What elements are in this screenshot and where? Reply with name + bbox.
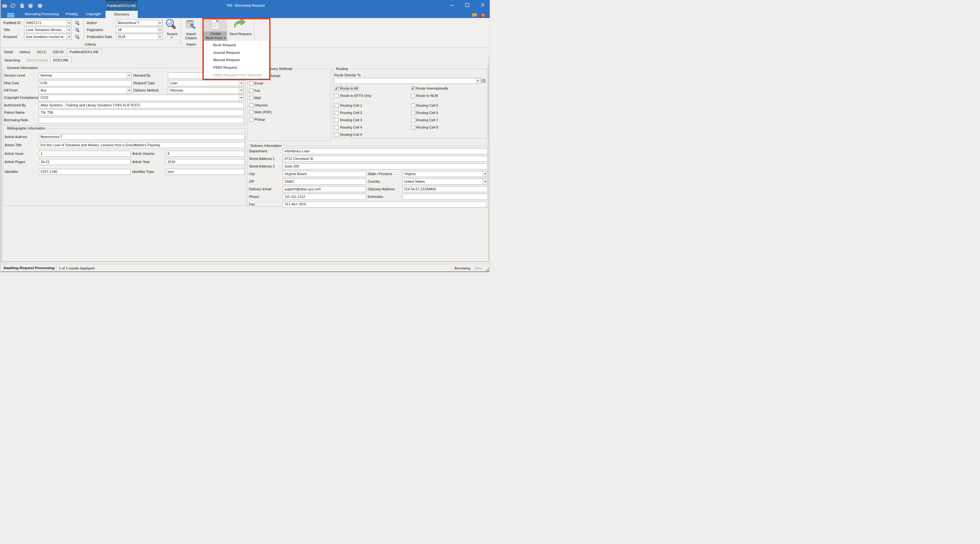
- svg-text:?: ?: [482, 13, 484, 17]
